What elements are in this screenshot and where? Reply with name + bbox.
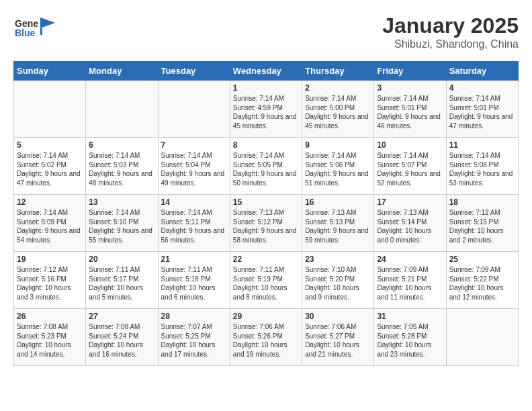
day-number: 19 <box>17 255 83 264</box>
logo-flag-icon <box>40 17 55 35</box>
day-info: Sunrise: 7:11 AM Sunset: 5:19 PM Dayligh… <box>233 265 299 302</box>
day-info: Sunrise: 7:13 AM Sunset: 5:13 PM Dayligh… <box>305 208 371 244</box>
day-number: 7 <box>161 140 227 150</box>
day-info: Sunrise: 7:13 AM Sunset: 5:12 PM Dayligh… <box>233 208 299 244</box>
calendar-cell: 20Sunrise: 7:11 AM Sunset: 5:17 PM Dayli… <box>86 252 158 309</box>
calendar-cell: 7Sunrise: 7:14 AM Sunset: 5:04 PM Daylig… <box>158 138 230 195</box>
svg-marker-2 <box>40 17 55 28</box>
day-number: 3 <box>377 83 443 93</box>
day-info: Sunrise: 7:10 AM Sunset: 5:20 PM Dayligh… <box>305 265 371 302</box>
day-info: Sunrise: 7:14 AM Sunset: 5:05 PM Dayligh… <box>233 151 299 187</box>
calendar-cell: 19Sunrise: 7:12 AM Sunset: 5:16 PM Dayli… <box>14 252 86 309</box>
day-number: 4 <box>449 83 515 93</box>
calendar-cell: 16Sunrise: 7:13 AM Sunset: 5:13 PM Dayli… <box>302 195 374 252</box>
calendar-cell <box>86 81 158 138</box>
day-number: 23 <box>305 255 371 264</box>
calendar-cell <box>158 81 230 138</box>
day-number: 13 <box>89 197 154 207</box>
day-of-week-header: Wednesday <box>230 62 302 81</box>
calendar-cell: 5Sunrise: 7:14 AM Sunset: 5:02 PM Daylig… <box>14 138 86 195</box>
calendar-cell: 24Sunrise: 7:09 AM Sunset: 5:21 PM Dayli… <box>374 252 446 309</box>
day-number: 2 <box>305 83 371 93</box>
calendar-cell: 18Sunrise: 7:12 AM Sunset: 5:15 PM Dayli… <box>446 195 518 252</box>
day-of-week-header: Friday <box>374 62 446 81</box>
day-info: Sunrise: 7:14 AM Sunset: 4:59 PM Dayligh… <box>233 94 299 130</box>
day-info: Sunrise: 7:14 AM Sunset: 5:07 PM Dayligh… <box>377 151 443 187</box>
day-info: Sunrise: 7:14 AM Sunset: 5:11 PM Dayligh… <box>161 208 227 244</box>
calendar-body: 1Sunrise: 7:14 AM Sunset: 4:59 PM Daylig… <box>14 81 519 366</box>
calendar-cell: 3Sunrise: 7:14 AM Sunset: 5:01 PM Daylig… <box>374 81 446 138</box>
logo-icon: General Blue <box>13 13 39 39</box>
calendar-cell: 13Sunrise: 7:14 AM Sunset: 5:10 PM Dayli… <box>86 195 158 252</box>
day-info: Sunrise: 7:05 AM Sunset: 5:28 PM Dayligh… <box>377 322 443 359</box>
calendar-cell: 30Sunrise: 7:06 AM Sunset: 5:27 PM Dayli… <box>302 309 374 366</box>
day-info: Sunrise: 7:12 AM Sunset: 5:15 PM Dayligh… <box>449 208 515 244</box>
calendar-week-row: 5Sunrise: 7:14 AM Sunset: 5:02 PM Daylig… <box>14 138 519 195</box>
day-number: 28 <box>161 312 227 321</box>
day-info: Sunrise: 7:14 AM Sunset: 5:00 PM Dayligh… <box>305 94 371 130</box>
day-number: 25 <box>449 255 515 264</box>
calendar-week-row: 1Sunrise: 7:14 AM Sunset: 4:59 PM Daylig… <box>14 81 519 138</box>
day-info: Sunrise: 7:14 AM Sunset: 5:09 PM Dayligh… <box>17 208 83 244</box>
day-of-week-header: Thursday <box>302 62 374 81</box>
calendar-cell: 27Sunrise: 7:08 AM Sunset: 5:24 PM Dayli… <box>86 309 158 366</box>
day-info: Sunrise: 7:11 AM Sunset: 5:17 PM Dayligh… <box>89 265 154 302</box>
day-number: 17 <box>377 197 443 207</box>
day-number: 21 <box>161 255 227 264</box>
svg-rect-3 <box>40 28 42 35</box>
day-number: 24 <box>377 255 443 264</box>
calendar-cell: 14Sunrise: 7:14 AM Sunset: 5:11 PM Dayli… <box>158 195 230 252</box>
day-info: Sunrise: 7:14 AM Sunset: 5:03 PM Dayligh… <box>89 151 154 187</box>
calendar-cell <box>446 309 518 366</box>
calendar-cell: 4Sunrise: 7:14 AM Sunset: 5:01 PM Daylig… <box>446 81 518 138</box>
calendar-cell: 10Sunrise: 7:14 AM Sunset: 5:07 PM Dayli… <box>374 138 446 195</box>
day-info: Sunrise: 7:14 AM Sunset: 5:10 PM Dayligh… <box>89 208 154 244</box>
calendar-cell: 25Sunrise: 7:09 AM Sunset: 5:22 PM Dayli… <box>446 252 518 309</box>
calendar-cell: 21Sunrise: 7:11 AM Sunset: 5:18 PM Dayli… <box>158 252 230 309</box>
day-info: Sunrise: 7:06 AM Sunset: 5:26 PM Dayligh… <box>233 322 299 359</box>
day-number: 29 <box>233 312 299 321</box>
day-info: Sunrise: 7:09 AM Sunset: 5:22 PM Dayligh… <box>449 265 515 302</box>
day-info: Sunrise: 7:14 AM Sunset: 5:02 PM Dayligh… <box>17 151 83 187</box>
day-number: 1 <box>233 83 299 93</box>
calendar-cell: 23Sunrise: 7:10 AM Sunset: 5:20 PM Dayli… <box>302 252 374 309</box>
day-info: Sunrise: 7:08 AM Sunset: 5:24 PM Dayligh… <box>89 322 154 359</box>
day-of-week-header: Monday <box>86 62 158 81</box>
day-number: 26 <box>17 312 83 321</box>
day-info: Sunrise: 7:14 AM Sunset: 5:01 PM Dayligh… <box>377 94 443 130</box>
calendar-cell: 17Sunrise: 7:13 AM Sunset: 5:14 PM Dayli… <box>374 195 446 252</box>
svg-text:Blue: Blue <box>15 28 36 38</box>
calendar-cell: 12Sunrise: 7:14 AM Sunset: 5:09 PM Dayli… <box>14 195 86 252</box>
day-number: 10 <box>377 140 443 150</box>
day-number: 22 <box>233 255 299 264</box>
logo: General Blue <box>13 13 55 39</box>
day-info: Sunrise: 7:12 AM Sunset: 5:16 PM Dayligh… <box>17 265 83 302</box>
page-title: January 2025 <box>382 13 519 38</box>
calendar-header-row: SundayMondayTuesdayWednesdayThursdayFrid… <box>14 62 519 81</box>
day-number: 6 <box>89 140 154 150</box>
calendar-cell: 28Sunrise: 7:07 AM Sunset: 5:25 PM Dayli… <box>158 309 230 366</box>
day-number: 5 <box>17 140 83 150</box>
calendar-cell: 22Sunrise: 7:11 AM Sunset: 5:19 PM Dayli… <box>230 252 302 309</box>
day-number: 11 <box>449 140 515 150</box>
calendar-cell: 9Sunrise: 7:14 AM Sunset: 5:06 PM Daylig… <box>302 138 374 195</box>
calendar-table: SundayMondayTuesdayWednesdayThursdayFrid… <box>13 61 519 366</box>
day-of-week-header: Saturday <box>446 62 518 81</box>
page-header: General Blue January 2025 Shibuzi, Shand… <box>13 13 519 50</box>
calendar-week-row: 19Sunrise: 7:12 AM Sunset: 5:16 PM Dayli… <box>14 252 519 309</box>
calendar-cell: 31Sunrise: 7:05 AM Sunset: 5:28 PM Dayli… <box>374 309 446 366</box>
day-number: 14 <box>161 197 227 207</box>
day-info: Sunrise: 7:06 AM Sunset: 5:27 PM Dayligh… <box>305 322 371 359</box>
page-subtitle: Shibuzi, Shandong, China <box>382 38 519 50</box>
day-info: Sunrise: 7:14 AM Sunset: 5:04 PM Dayligh… <box>161 151 227 187</box>
day-info: Sunrise: 7:07 AM Sunset: 5:25 PM Dayligh… <box>161 322 227 359</box>
day-number: 31 <box>377 312 443 321</box>
day-number: 27 <box>89 312 154 321</box>
calendar-cell: 8Sunrise: 7:14 AM Sunset: 5:05 PM Daylig… <box>230 138 302 195</box>
calendar-week-row: 12Sunrise: 7:14 AM Sunset: 5:09 PM Dayli… <box>14 195 519 252</box>
calendar-cell: 1Sunrise: 7:14 AM Sunset: 4:59 PM Daylig… <box>230 81 302 138</box>
calendar-cell: 6Sunrise: 7:14 AM Sunset: 5:03 PM Daylig… <box>86 138 158 195</box>
day-number: 9 <box>305 140 371 150</box>
day-number: 16 <box>305 197 371 207</box>
day-of-week-header: Sunday <box>14 62 86 81</box>
